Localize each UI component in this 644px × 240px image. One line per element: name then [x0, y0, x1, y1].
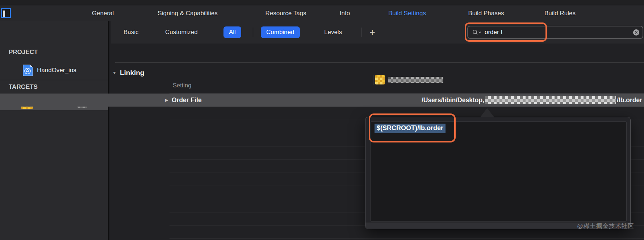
row-separator — [170, 238, 644, 239]
toolbar-divider — [361, 28, 361, 37]
sidebar-divider — [0, 80, 108, 80]
tab-general[interactable]: General — [92, 10, 114, 17]
scope-customized[interactable]: Customized — [165, 29, 198, 36]
value-suffix: /lb.order — [617, 96, 642, 104]
popover-arrow — [480, 108, 494, 117]
scope-divider — [253, 28, 253, 37]
tab-build-settings[interactable]: Build Settings — [388, 10, 426, 17]
add-setting-button[interactable]: + — [369, 27, 375, 38]
section-top-line — [115, 62, 644, 63]
project-targets-sidebar: PROJECT HandOver_ios TARGETS — [0, 21, 109, 240]
column-target-icon-redacted — [375, 75, 385, 84]
clear-search-icon[interactable] — [633, 29, 640, 36]
tab-build-phases[interactable]: Build Phases — [468, 10, 504, 17]
tab-build-rules[interactable]: Build Rules — [544, 10, 576, 17]
watermark: @稀土掘金技术社区 — [577, 222, 634, 230]
selected-file-icon[interactable] — [1, 8, 11, 18]
tab-info[interactable]: Info — [340, 10, 350, 17]
view-levels[interactable]: Levels — [324, 29, 342, 36]
project-name-label: HandOver_ios — [37, 67, 76, 74]
file-icon-glyph — [3, 11, 5, 17]
row-separator — [170, 107, 644, 107]
column-divider — [373, 75, 373, 85]
view-combined-selected[interactable]: Combined — [261, 26, 300, 38]
disclosure-closed-icon[interactable]: ▶ — [165, 98, 168, 103]
targets-section-header: TARGETS — [9, 83, 38, 91]
scope-all-selected[interactable]: All — [223, 26, 241, 38]
sidebar-item-project[interactable]: HandOver_ios — [0, 63, 108, 78]
setting-row-order-file[interactable]: ▶ Order File /Users/libin/Desktop, /lb.o… — [0, 94, 644, 107]
scope-basic[interactable]: Basic — [124, 29, 139, 36]
annotation-search-highlight — [465, 22, 547, 42]
build-settings-filter-bar: Basic Customized All Combined Levels + — [111, 21, 644, 44]
section-header-linking[interactable]: ▼ Linking — [112, 68, 144, 78]
xcode-project-icon — [22, 64, 33, 76]
tab-signing-capabilities[interactable]: Signing & Capabilities — [158, 10, 217, 17]
disclosure-open-icon[interactable]: ▼ — [112, 70, 117, 75]
project-editor-tab-bar: General Signing & Capabilities Resource … — [0, 5, 644, 21]
setting-name: Order File — [172, 96, 202, 104]
value-prefix: /Users/libin/Desktop, — [422, 96, 484, 104]
window-top-strip — [0, 0, 644, 5]
column-header-setting: Setting — [173, 82, 191, 89]
tab-resource-tags[interactable]: Resource Tags — [265, 10, 306, 17]
column-target-name-redacted — [388, 77, 443, 83]
annotation-value-highlight — [369, 113, 456, 142]
section-title: Linking — [120, 69, 145, 77]
setting-value[interactable]: /Users/libin/Desktop, /lb.order — [422, 96, 642, 104]
project-section-header: PROJECT — [9, 49, 38, 56]
value-path-redacted — [485, 96, 616, 104]
xcode-build-settings-window: { "chrome": { "tabs": ["General", "Signi… — [0, 0, 644, 240]
